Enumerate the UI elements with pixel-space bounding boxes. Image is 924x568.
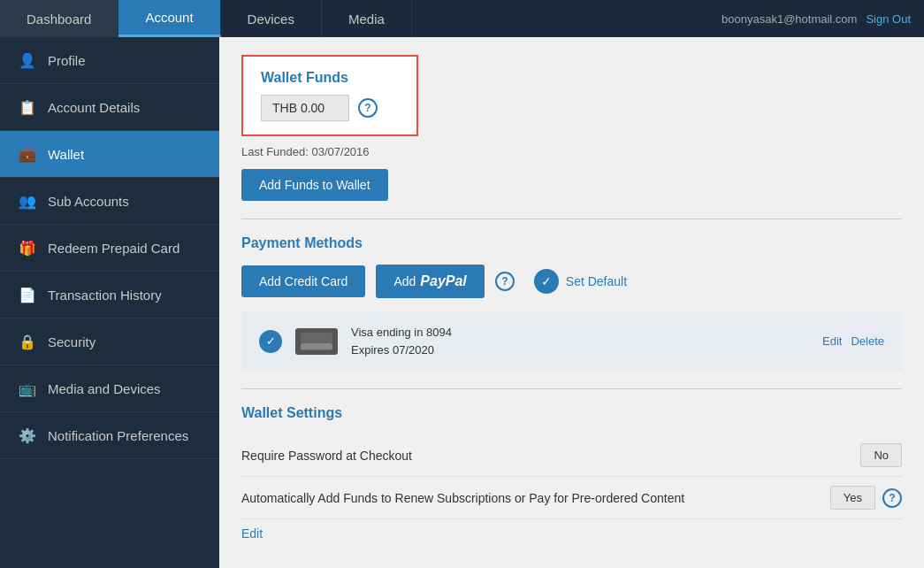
set-default-link[interactable]: Set Default	[566, 274, 627, 288]
payment-methods-row: Add Credit Card Add PayPal ? ✓ Set Defau…	[241, 265, 902, 298]
settings-value-password[interactable]: No	[860, 443, 902, 467]
wallet-help-icon[interactable]: ?	[358, 98, 378, 118]
add-paypal-button[interactable]: Add PayPal	[376, 265, 484, 298]
nav-media[interactable]: Media	[322, 0, 412, 37]
nav-account[interactable]: Account	[118, 0, 220, 37]
sidebar-item-wallet[interactable]: 💼 Wallet	[0, 131, 219, 178]
card-expiry: Expires 07/2020	[351, 342, 809, 359]
set-default-row: ✓ Set Default	[534, 269, 627, 294]
settings-value-auto-funds[interactable]: Yes	[830, 486, 875, 510]
wallet-funds-title: Wallet Funds	[261, 70, 399, 86]
card-name: Visa ending in 8094	[351, 324, 809, 342]
sidebar-label-notifications: Notification Preferences	[48, 428, 188, 443]
wallet-icon: 💼	[18, 144, 37, 164]
redeem-icon: 🎁	[18, 238, 37, 257]
paypal-brand: PayPal	[420, 273, 466, 289]
wallet-funds-box: Wallet Funds THB 0.00 ?	[241, 55, 418, 136]
wallet-funds-section: Wallet Funds THB 0.00 ? Last Funded: 03/…	[241, 55, 902, 201]
wallet-amount-row: THB 0.00 ?	[261, 95, 399, 121]
divider-2	[241, 388, 902, 389]
paypal-help-icon[interactable]: ?	[495, 272, 515, 291]
sidebar-label-transaction: Transaction History	[48, 288, 162, 303]
card-edit-link[interactable]: Edit	[822, 334, 842, 348]
top-nav-user: boonyasak1@hotmail.com Sign Out	[708, 0, 924, 37]
settings-row-password: Require Password at Checkout No	[241, 434, 902, 477]
main-content: Wallet Funds THB 0.00 ? Last Funded: 03/…	[219, 37, 924, 568]
card-actions: Edit Delete	[822, 334, 884, 348]
card-selected-icon: ✓	[259, 330, 282, 353]
settings-label-password: Require Password at Checkout	[241, 449, 860, 463]
sidebar-label-account-details: Account Details	[48, 100, 140, 115]
wallet-settings-edit-link[interactable]: Edit	[241, 526, 902, 541]
sign-out-link[interactable]: Sign Out	[866, 12, 911, 26]
divider-1	[241, 219, 902, 219]
sidebar-item-profile[interactable]: 👤 Profile	[0, 37, 219, 84]
account-details-icon: 📋	[18, 97, 37, 117]
sidebar: 👤 Profile 📋 Account Details 💼 Wallet 👥 S…	[0, 37, 219, 568]
sidebar-label-security: Security	[48, 334, 95, 349]
last-funded-label: Last Funded: 03/07/2016	[241, 145, 902, 158]
sidebar-label-media-devices: Media and Devices	[48, 381, 161, 396]
set-default-check-icon: ✓	[534, 269, 559, 294]
sub-accounts-icon: 👥	[18, 191, 37, 211]
main-layout: 👤 Profile 📋 Account Details 💼 Wallet 👥 S…	[0, 37, 924, 568]
media-devices-icon: 📺	[18, 379, 37, 398]
card-delete-link[interactable]: Delete	[851, 334, 884, 348]
payment-methods-section: Payment Methods Add Credit Card Add PayP…	[241, 235, 902, 371]
sidebar-label-wallet: Wallet	[48, 147, 84, 162]
sidebar-label-profile: Profile	[48, 53, 86, 68]
notifications-icon: ⚙️	[18, 426, 37, 445]
card-icon	[295, 328, 338, 355]
wallet-settings-section: Wallet Settings Require Password at Chec…	[241, 405, 902, 541]
card-details: Visa ending in 8094 Expires 07/2020	[351, 324, 809, 358]
add-funds-button[interactable]: Add Funds to Wallet	[241, 169, 388, 201]
sidebar-label-sub-accounts: Sub Accounts	[48, 194, 129, 209]
add-paypal-prefix: Add	[393, 274, 416, 288]
add-credit-card-button[interactable]: Add Credit Card	[241, 265, 365, 297]
security-icon: 🔒	[18, 332, 37, 351]
sidebar-label-redeem: Redeem Prepaid Card	[48, 241, 179, 256]
settings-label-auto-funds: Automatically Add Funds to Renew Subscri…	[241, 491, 830, 505]
wallet-settings-title: Wallet Settings	[241, 405, 902, 421]
top-navigation: Dashboard Account Devices Media boonyasa…	[0, 0, 924, 37]
wallet-amount: THB 0.00	[261, 95, 349, 121]
transaction-icon: 📄	[18, 285, 37, 304]
payment-methods-title: Payment Methods	[241, 235, 902, 251]
auto-funds-help-icon[interactable]: ?	[882, 488, 902, 508]
sidebar-item-redeem-prepaid[interactable]: 🎁 Redeem Prepaid Card	[0, 225, 219, 272]
sidebar-item-security[interactable]: 🔒 Security	[0, 319, 219, 365]
sidebar-item-transaction-history[interactable]: 📄 Transaction History	[0, 272, 219, 319]
sidebar-item-media-devices[interactable]: 📺 Media and Devices	[0, 365, 219, 412]
sidebar-item-notifications[interactable]: ⚙️ Notification Preferences	[0, 412, 219, 459]
user-email: boonyasak1@hotmail.com	[722, 12, 857, 26]
nav-dashboard[interactable]: Dashboard	[0, 0, 118, 37]
settings-row-auto-funds: Automatically Add Funds to Renew Subscri…	[241, 477, 902, 519]
nav-devices[interactable]: Devices	[221, 0, 322, 37]
svg-rect-0	[301, 333, 332, 350]
profile-icon: 👤	[18, 50, 37, 70]
svg-rect-1	[302, 343, 331, 348]
card-row: ✓ Visa ending in 8094 Expires 07/2020 Ed…	[241, 311, 902, 371]
sidebar-item-account-details[interactable]: 📋 Account Details	[0, 84, 219, 131]
sidebar-item-sub-accounts[interactable]: 👥 Sub Accounts	[0, 178, 219, 225]
